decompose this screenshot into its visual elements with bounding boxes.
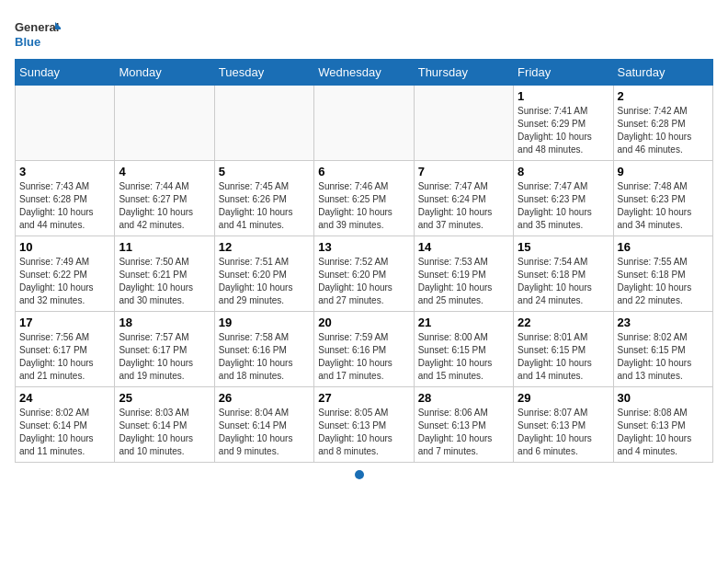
day-number: 16 — [618, 240, 709, 254]
day-info: Sunrise: 7:59 AM Sunset: 6:16 PM Dayligh… — [318, 331, 409, 383]
day-cell: 2Sunrise: 7:42 AM Sunset: 6:28 PM Daylig… — [613, 86, 712, 161]
day-info: Sunrise: 8:00 AM Sunset: 6:15 PM Dayligh… — [418, 331, 509, 383]
day-info: Sunrise: 7:55 AM Sunset: 6:18 PM Dayligh… — [618, 256, 709, 307]
day-cell: 23Sunrise: 8:02 AM Sunset: 6:15 PM Dayli… — [613, 312, 712, 387]
day-number: 28 — [418, 391, 509, 405]
weekday-friday: Friday — [514, 60, 613, 86]
day-cell — [414, 86, 513, 161]
day-cell: 1Sunrise: 7:41 AM Sunset: 6:29 PM Daylig… — [514, 86, 613, 161]
day-number: 17 — [19, 316, 110, 329]
day-info: Sunrise: 7:53 AM Sunset: 6:19 PM Dayligh… — [418, 256, 509, 307]
day-cell: 30Sunrise: 8:08 AM Sunset: 6:13 PM Dayli… — [613, 387, 712, 463]
day-info: Sunrise: 7:42 AM Sunset: 6:28 PM Dayligh… — [618, 105, 709, 156]
day-cell — [314, 86, 414, 161]
logo: General Blue — [15, 15, 61, 52]
day-cell: 20Sunrise: 7:59 AM Sunset: 6:16 PM Dayli… — [314, 312, 414, 387]
weekday-sunday: Sunday — [16, 60, 115, 86]
day-cell: 3Sunrise: 7:43 AM Sunset: 6:28 PM Daylig… — [16, 161, 115, 236]
day-number: 11 — [119, 240, 210, 254]
day-cell: 11Sunrise: 7:50 AM Sunset: 6:21 PM Dayli… — [115, 236, 214, 312]
day-info: Sunrise: 7:54 AM Sunset: 6:18 PM Dayligh… — [518, 256, 609, 307]
day-info: Sunrise: 7:44 AM Sunset: 6:27 PM Dayligh… — [119, 180, 210, 232]
day-number: 21 — [418, 316, 509, 329]
day-number: 22 — [518, 316, 609, 329]
footer-dot-icon — [355, 470, 364, 479]
day-info: Sunrise: 8:04 AM Sunset: 6:14 PM Dayligh… — [219, 407, 310, 458]
day-cell: 14Sunrise: 7:53 AM Sunset: 6:19 PM Dayli… — [414, 236, 513, 312]
day-info: Sunrise: 7:56 AM Sunset: 6:17 PM Dayligh… — [19, 331, 110, 383]
day-info: Sunrise: 8:05 AM Sunset: 6:13 PM Dayligh… — [318, 407, 409, 458]
day-info: Sunrise: 7:48 AM Sunset: 6:23 PM Dayligh… — [618, 180, 709, 232]
day-cell — [115, 86, 214, 161]
day-number: 4 — [119, 165, 210, 178]
day-info: Sunrise: 7:45 AM Sunset: 6:26 PM Dayligh… — [219, 180, 310, 232]
day-cell: 8Sunrise: 7:47 AM Sunset: 6:23 PM Daylig… — [514, 161, 613, 236]
day-cell: 26Sunrise: 8:04 AM Sunset: 6:14 PM Dayli… — [214, 387, 313, 463]
day-number: 5 — [219, 165, 310, 178]
svg-text:General: General — [15, 20, 59, 34]
week-row-4: 17Sunrise: 7:56 AM Sunset: 6:17 PM Dayli… — [16, 312, 713, 387]
day-info: Sunrise: 7:51 AM Sunset: 6:20 PM Dayligh… — [219, 256, 310, 307]
day-number: 23 — [618, 316, 709, 329]
day-info: Sunrise: 7:41 AM Sunset: 6:29 PM Dayligh… — [518, 105, 609, 156]
weekday-saturday: Saturday — [613, 60, 712, 86]
day-cell: 15Sunrise: 7:54 AM Sunset: 6:18 PM Dayli… — [514, 236, 613, 312]
day-number: 19 — [219, 316, 310, 329]
week-row-3: 10Sunrise: 7:49 AM Sunset: 6:22 PM Dayli… — [16, 236, 713, 312]
week-row-1: 1Sunrise: 7:41 AM Sunset: 6:29 PM Daylig… — [16, 86, 713, 161]
calendar-table: SundayMondayTuesdayWednesdayThursdayFrid… — [15, 59, 713, 463]
day-cell: 19Sunrise: 7:58 AM Sunset: 6:16 PM Dayli… — [214, 312, 313, 387]
day-cell: 5Sunrise: 7:45 AM Sunset: 6:26 PM Daylig… — [214, 161, 313, 236]
weekday-wednesday: Wednesday — [314, 60, 414, 86]
day-number: 25 — [119, 391, 210, 405]
day-cell: 13Sunrise: 7:52 AM Sunset: 6:20 PM Dayli… — [314, 236, 414, 312]
day-info: Sunrise: 7:46 AM Sunset: 6:25 PM Dayligh… — [318, 180, 409, 232]
day-cell: 7Sunrise: 7:47 AM Sunset: 6:24 PM Daylig… — [414, 161, 513, 236]
day-cell: 22Sunrise: 8:01 AM Sunset: 6:15 PM Dayli… — [514, 312, 613, 387]
day-number: 10 — [19, 240, 110, 254]
day-number: 3 — [19, 165, 110, 178]
weekday-monday: Monday — [115, 60, 214, 86]
day-cell: 17Sunrise: 7:56 AM Sunset: 6:17 PM Dayli… — [16, 312, 115, 387]
day-info: Sunrise: 8:02 AM Sunset: 6:14 PM Dayligh… — [19, 407, 110, 458]
day-number: 20 — [318, 316, 409, 329]
logo-svg: General Blue — [15, 15, 61, 52]
day-cell: 21Sunrise: 8:00 AM Sunset: 6:15 PM Dayli… — [414, 312, 513, 387]
day-cell: 10Sunrise: 7:49 AM Sunset: 6:22 PM Dayli… — [16, 236, 115, 312]
day-number: 18 — [119, 316, 210, 329]
footer — [15, 470, 713, 479]
day-info: Sunrise: 8:07 AM Sunset: 6:13 PM Dayligh… — [518, 407, 609, 458]
day-number: 8 — [518, 165, 609, 178]
day-info: Sunrise: 7:58 AM Sunset: 6:16 PM Dayligh… — [219, 331, 310, 383]
day-number: 6 — [318, 165, 409, 178]
day-number: 13 — [318, 240, 409, 254]
day-info: Sunrise: 7:50 AM Sunset: 6:21 PM Dayligh… — [119, 256, 210, 307]
day-info: Sunrise: 7:49 AM Sunset: 6:22 PM Dayligh… — [19, 256, 110, 307]
day-info: Sunrise: 8:03 AM Sunset: 6:14 PM Dayligh… — [119, 407, 210, 458]
day-cell: 28Sunrise: 8:06 AM Sunset: 6:13 PM Dayli… — [414, 387, 513, 463]
day-info: Sunrise: 7:47 AM Sunset: 6:24 PM Dayligh… — [418, 180, 509, 232]
day-info: Sunrise: 7:43 AM Sunset: 6:28 PM Dayligh… — [19, 180, 110, 232]
day-number: 30 — [618, 391, 709, 405]
week-row-5: 24Sunrise: 8:02 AM Sunset: 6:14 PM Dayli… — [16, 387, 713, 463]
day-cell — [214, 86, 313, 161]
day-number: 12 — [219, 240, 310, 254]
day-info: Sunrise: 7:52 AM Sunset: 6:20 PM Dayligh… — [318, 256, 409, 307]
day-number: 24 — [19, 391, 110, 405]
day-info: Sunrise: 8:08 AM Sunset: 6:13 PM Dayligh… — [618, 407, 709, 458]
day-number: 2 — [618, 89, 709, 103]
day-info: Sunrise: 7:47 AM Sunset: 6:23 PM Dayligh… — [518, 180, 609, 232]
weekday-thursday: Thursday — [414, 60, 513, 86]
weekday-tuesday: Tuesday — [214, 60, 313, 86]
day-info: Sunrise: 7:57 AM Sunset: 6:17 PM Dayligh… — [119, 331, 210, 383]
svg-text:Blue: Blue — [15, 35, 40, 49]
day-cell: 6Sunrise: 7:46 AM Sunset: 6:25 PM Daylig… — [314, 161, 414, 236]
day-number: 14 — [418, 240, 509, 254]
day-number: 1 — [518, 89, 609, 103]
day-info: Sunrise: 8:06 AM Sunset: 6:13 PM Dayligh… — [418, 407, 509, 458]
day-number: 9 — [618, 165, 709, 178]
day-cell: 24Sunrise: 8:02 AM Sunset: 6:14 PM Dayli… — [16, 387, 115, 463]
day-cell: 18Sunrise: 7:57 AM Sunset: 6:17 PM Dayli… — [115, 312, 214, 387]
day-cell: 29Sunrise: 8:07 AM Sunset: 6:13 PM Dayli… — [514, 387, 613, 463]
day-number: 27 — [318, 391, 409, 405]
